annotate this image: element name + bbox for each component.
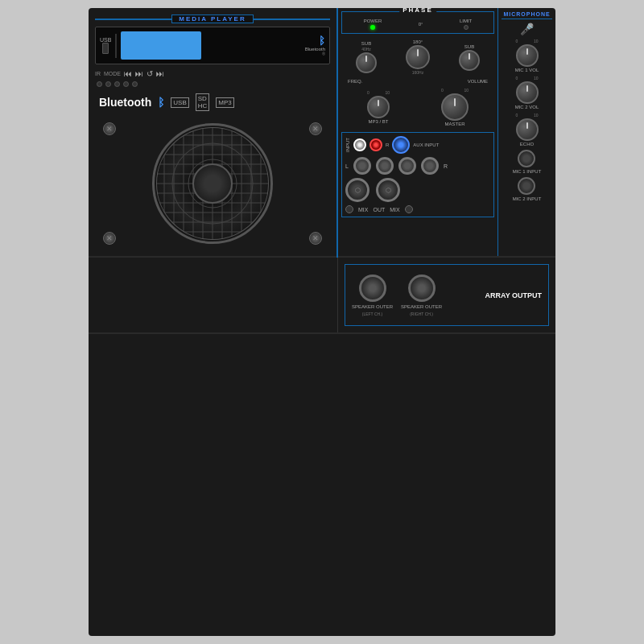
phase-section: PHASE POWER 0° LIMIT bbox=[341, 11, 494, 34]
aux-jack bbox=[392, 136, 410, 154]
screw-bottom-left: ✕ bbox=[103, 232, 116, 245]
mic1-vol-label: MIC 1 VOL bbox=[515, 68, 539, 72]
speaker-outer-right-label: SPEAKER OUTER bbox=[401, 304, 442, 309]
mic1-input-group: MIC 1 INPUT bbox=[513, 150, 542, 174]
echo-knob[interactable] bbox=[516, 118, 539, 141]
r-jack-label: R bbox=[444, 163, 448, 169]
fan-outer bbox=[152, 123, 273, 244]
knobs-row-2: 010 MP3 / BT 010 MASTER bbox=[341, 86, 494, 128]
bluetooth-symbol: ᛒ bbox=[319, 35, 325, 47]
phase180-knob[interactable] bbox=[406, 45, 430, 69]
screw-top-right: ✕ bbox=[309, 122, 322, 135]
dot3 bbox=[114, 81, 120, 87]
freq-label: FREQ. bbox=[348, 79, 362, 84]
phase-label: PHASE bbox=[399, 8, 436, 14]
speaker-outer-left-group: SPEAKER OUTER (LEFT CH.) bbox=[352, 275, 393, 316]
mode-label: MODE bbox=[104, 71, 121, 76]
mic1-vol-group: 010 MIC 1 VOL bbox=[515, 39, 539, 72]
mic2-vol-label: MIC 2 VOL bbox=[515, 105, 539, 109]
fan-center bbox=[192, 163, 233, 204]
xlr-left: ⬡ bbox=[345, 178, 369, 202]
zero-label: 0° bbox=[419, 22, 423, 27]
prev2-btn[interactable]: ⏭ bbox=[135, 69, 143, 78]
ir-controls: IR MODE ⏮ ⏭ ↺ ⏭ bbox=[95, 68, 330, 80]
rca-white bbox=[353, 138, 366, 151]
io-section: INPUT R AUX INPUT L bbox=[341, 132, 494, 217]
jack-left2 bbox=[376, 157, 394, 175]
master-label: MASTER bbox=[444, 122, 464, 126]
repeat-btn[interactable]: ↺ bbox=[147, 69, 153, 78]
usb-port: USB bbox=[100, 37, 111, 54]
freq160-label: 160Hz bbox=[412, 70, 423, 75]
mic2-input-jack bbox=[518, 177, 535, 195]
sub-left-knob[interactable] bbox=[356, 52, 377, 73]
knobs-row-1: SUB 40Hz 180° 160Hz bbox=[341, 38, 494, 76]
r-label: R bbox=[386, 142, 389, 147]
rca-row: INPUT R AUX INPUT bbox=[345, 136, 490, 154]
mic1-vol-knob[interactable] bbox=[516, 44, 539, 67]
rca-red bbox=[369, 138, 382, 151]
screw-bottom-right: ✕ bbox=[309, 232, 322, 245]
lcd-display bbox=[121, 31, 201, 60]
sub-right-knob[interactable] bbox=[459, 50, 480, 71]
mix-dot-right bbox=[405, 205, 413, 213]
freq-vol-labels: FREQ. VOLUME bbox=[341, 79, 494, 84]
microphone-title: MICROPHONE bbox=[502, 11, 552, 19]
mix-dot-left bbox=[345, 205, 353, 213]
master-group: 010 MASTER bbox=[441, 88, 469, 126]
mix-out-row: MIX OUT MIX bbox=[345, 205, 490, 213]
input-label: INPUT bbox=[345, 138, 350, 152]
jack-left bbox=[353, 157, 371, 175]
led-limit bbox=[464, 25, 469, 30]
mic2-input-label: MIC 2 INPUT bbox=[513, 196, 542, 201]
mic2-input-group: MIC 2 INPUT bbox=[513, 177, 542, 201]
top-section: MEDIA PLAYER USB ᛒ Bluetooth ® bbox=[89, 8, 555, 258]
speaker-outer-right-jack bbox=[408, 275, 436, 302]
bluetooth-label: Bluetooth bbox=[99, 96, 151, 109]
echo-group: 010 ECHO bbox=[516, 113, 539, 147]
volume-label: VOLUME bbox=[468, 79, 488, 84]
media-player-unit: USB ᛒ Bluetooth ® bbox=[95, 27, 330, 64]
aux-input-label: AUX INPUT bbox=[413, 142, 439, 147]
mic2-vol-knob[interactable] bbox=[516, 81, 539, 104]
prev-btn[interactable]: ⏮ bbox=[124, 69, 132, 78]
right-section: PHASE POWER 0° LIMIT bbox=[338, 8, 555, 256]
media-player-label: MEDIA PLAYER bbox=[171, 14, 253, 23]
master-scale: 010 bbox=[441, 88, 469, 93]
array-output-panel: SPEAKER OUTER (LEFT CH.) SPEAKER OUTER (… bbox=[345, 264, 549, 326]
speaker-outer-left-label: SPEAKER OUTER bbox=[352, 304, 393, 309]
dot2 bbox=[105, 81, 111, 87]
xlr-row: ⬡ ⬡ bbox=[345, 178, 490, 202]
mic1-input-label: MIC 1 INPUT bbox=[513, 169, 542, 174]
mp3bt-knob[interactable] bbox=[367, 96, 390, 118]
mic1-input-jack bbox=[518, 150, 535, 167]
fan-area: ✕ ✕ ✕ ✕ bbox=[95, 119, 330, 248]
l-label: L bbox=[345, 163, 349, 169]
usb-label: USB bbox=[100, 37, 111, 43]
led-power bbox=[370, 25, 375, 30]
echo-label: ECHO bbox=[520, 142, 534, 147]
out-label: OUT bbox=[373, 207, 385, 213]
mix-label2: MIX bbox=[390, 207, 399, 213]
usb-icon: USB bbox=[171, 97, 188, 108]
phase180-label: 180° bbox=[413, 39, 423, 44]
speaker-outer-left-sub: (LEFT CH.) bbox=[362, 312, 382, 316]
dot4 bbox=[123, 81, 129, 87]
speaker-outer-left-jack bbox=[359, 275, 386, 302]
sd-icon: SDHC bbox=[196, 93, 210, 111]
limit-label: LIMIT bbox=[460, 19, 472, 23]
main-controls-area: PHASE POWER 0° LIMIT bbox=[338, 8, 497, 256]
array-left-space bbox=[89, 258, 338, 332]
device-panel: MEDIA PLAYER USB ᛒ Bluetooth ® bbox=[89, 8, 555, 636]
mp3bt-label: MP3 / BT bbox=[368, 119, 388, 124]
left-panel: MEDIA PLAYER USB ᛒ Bluetooth ® bbox=[89, 8, 338, 258]
quarter-jacks-row: L R bbox=[345, 157, 490, 175]
control-dots bbox=[95, 80, 330, 89]
array-output-label: ARRAY OUTPUT bbox=[450, 291, 542, 299]
speaker-outer-right-sub: (RIGHT CH.) bbox=[410, 312, 433, 316]
dot1 bbox=[97, 81, 102, 87]
master-knob[interactable] bbox=[441, 93, 469, 121]
mp3bt-scale: 010 bbox=[367, 90, 390, 95]
next-btn[interactable]: ⏭ bbox=[156, 69, 164, 78]
xlr-right: ⬡ bbox=[376, 178, 400, 202]
